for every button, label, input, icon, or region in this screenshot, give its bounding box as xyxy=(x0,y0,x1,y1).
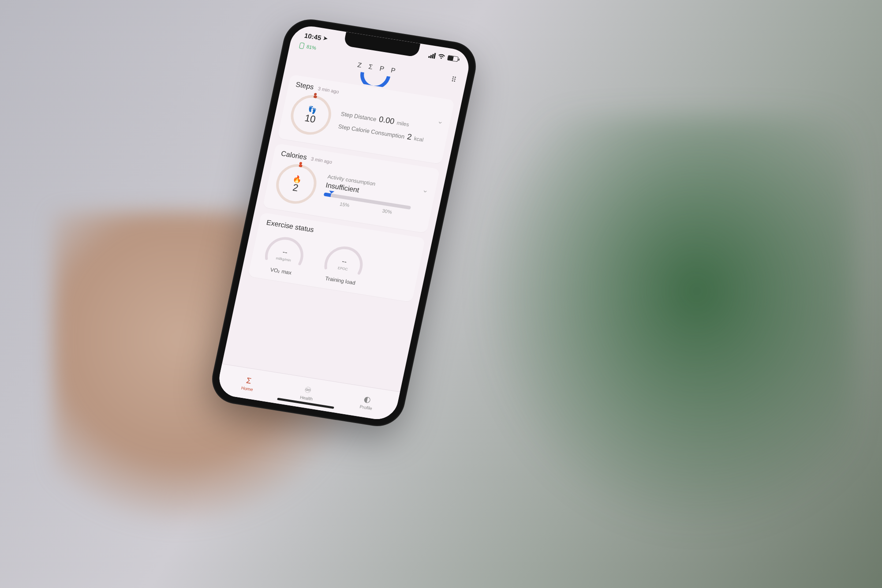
svg-text:--: -- xyxy=(282,248,288,256)
tab-health-label: Health xyxy=(299,395,313,401)
tab-home-label: Home xyxy=(241,385,254,392)
step-calorie-unit: kcal xyxy=(414,135,424,143)
status-time: 10:45 xyxy=(304,31,322,41)
widgets-icon[interactable]: ⠿ xyxy=(450,75,457,84)
step-distance-label: Step Distance xyxy=(340,110,377,122)
training-load-gauge: -- EPOC Training load xyxy=(316,241,372,287)
phone-frame: 10:45 ➤ 81% Z Σ P P ⠿ xyxy=(207,15,481,430)
step-calorie-value: 2 xyxy=(406,132,412,142)
battery-icon xyxy=(447,55,459,62)
steps-title: Steps xyxy=(295,81,314,91)
vo2-unit-text: ml/kg/min xyxy=(276,256,292,262)
cell-signal-icon xyxy=(428,52,436,59)
content-scroll[interactable]: Steps 3 min ago 👣 10 xyxy=(222,73,462,392)
svg-text:--: -- xyxy=(341,257,348,265)
steps-ring: 👣 10 xyxy=(286,91,336,139)
calories-ring: 🔥 2 xyxy=(271,160,321,208)
watch-icon xyxy=(299,42,305,49)
chevron-down-icon[interactable]: ⌄ xyxy=(437,116,444,126)
tab-home[interactable]: Σ Home xyxy=(241,375,255,392)
vo2max-gauge: -- ml/kg/min VO₂ max xyxy=(256,232,313,278)
health-icon: ♾ xyxy=(303,385,312,395)
step-distance-value: 0.00 xyxy=(378,115,395,126)
tab-profile[interactable]: ◐ Profile xyxy=(359,394,375,411)
svg-text:EPOC: EPOC xyxy=(337,266,348,271)
phone-screen: 10:45 ➤ 81% Z Σ P P ⠿ xyxy=(216,23,472,422)
wifi-icon xyxy=(437,52,445,61)
step-distance-unit: miles xyxy=(396,120,410,127)
chevron-down-icon[interactable]: ⌄ xyxy=(422,185,430,195)
steps-timestamp: 3 min ago xyxy=(318,86,340,94)
tab-health[interactable]: ♾ Health xyxy=(299,384,315,401)
calories-timestamp: 3 min ago xyxy=(310,156,333,165)
tab-profile-label: Profile xyxy=(359,404,373,411)
training-load-label: Training load xyxy=(325,275,356,286)
location-icon: ➤ xyxy=(322,35,328,41)
activity-bar-marker xyxy=(329,191,334,194)
vo2max-label: VO₂ max xyxy=(270,266,292,276)
calories-title: Calories xyxy=(280,150,308,161)
steps-count: 10 xyxy=(304,112,317,125)
home-icon: Σ xyxy=(245,376,252,386)
calories-count: 2 xyxy=(292,182,299,194)
profile-icon: ◐ xyxy=(363,394,372,405)
